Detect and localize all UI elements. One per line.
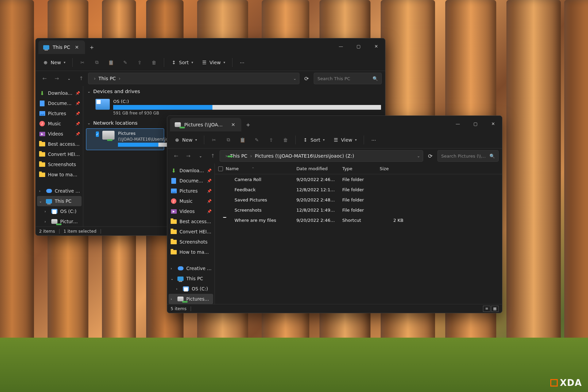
sidebar-item-documents[interactable]: Documents📌 <box>36 98 83 108</box>
new-button[interactable]: ⊕New▾ <box>39 57 69 68</box>
sidebar-item-how-to-map-a-n[interactable]: How to map a n <box>167 247 214 257</box>
sort-button[interactable]: ↕Sort▾ <box>168 57 197 68</box>
file-row[interactable]: Where are my files 9/20/2022 2:46 PM Sho… <box>215 215 502 225</box>
share-button[interactable]: ⇪ <box>133 57 146 68</box>
new-tab-button[interactable]: ＋ <box>241 118 255 131</box>
sidebar-item-how-to-map-a-n[interactable]: How to map a n <box>36 170 83 180</box>
sidebar-item-best-accessories[interactable]: Best accessories <box>36 139 83 149</box>
new-label: New <box>182 137 193 143</box>
minimize-button[interactable]: — <box>332 38 350 54</box>
file-row[interactable]: Camera Roll 9/20/2022 2:46 PM File folde… <box>215 174 502 184</box>
back-button[interactable]: ← <box>171 150 181 161</box>
folder-icon <box>39 172 45 178</box>
file-row[interactable]: Saved Pictures 9/20/2022 2:48 PM File fo… <box>215 195 502 205</box>
select-all-checkbox[interactable] <box>218 166 223 171</box>
forward-button[interactable]: → <box>183 150 194 161</box>
sidebar-item-best-accessories[interactable]: Best accessories <box>167 216 214 227</box>
sidebar-item-creative-cloud[interactable]: ›Creative Cloud F <box>36 186 83 196</box>
copy-button[interactable]: ⧉ <box>90 57 103 68</box>
sidebar-item-this-pc[interactable]: ⌄This PC <box>167 273 214 284</box>
network-location-pictures[interactable]: ✓ Pictures (\\JOAO-MATE16\Users\joao… <box>86 128 164 150</box>
sidebar-item-videos[interactable]: Videos📌 <box>167 206 214 216</box>
sidebar-item-documents[interactable]: Documents📌 <box>167 176 214 186</box>
col-name[interactable]: Name⌃ <box>215 166 293 171</box>
recent-button[interactable]: ⌄ <box>64 73 74 84</box>
sidebar-item-music[interactable]: Music📌 <box>36 119 83 129</box>
more-button[interactable]: ⋯ <box>236 57 249 68</box>
search-input[interactable]: Search This PC 🔍 <box>314 73 382 84</box>
copy-button[interactable]: ⧉ <box>222 135 235 145</box>
title-bar[interactable]: This PC ✕ ＋ — ▢ ✕ <box>36 38 385 54</box>
sidebar-item-music[interactable]: Music📌 <box>167 196 214 206</box>
tab-thispc[interactable]: This PC ✕ <box>38 40 85 54</box>
recent-button[interactable]: ⌄ <box>195 150 206 161</box>
paste-button[interactable]: 📋 <box>105 57 118 68</box>
refresh-button[interactable]: ⟳ <box>301 73 312 84</box>
share-icon: ⇪ <box>268 137 274 143</box>
tab-close-icon[interactable]: ✕ <box>230 122 237 127</box>
content-area[interactable]: Name⌃ Date modified Type Size Camera Rol… <box>215 163 502 304</box>
sidebar-item-pictures[interactable]: Pictures📌 <box>167 186 214 196</box>
view-button[interactable]: ☰View▾ <box>329 135 360 145</box>
chevron-down-icon[interactable]: ⌄ <box>293 76 296 81</box>
sort-button[interactable]: ↕Sort▾ <box>299 135 328 145</box>
delete-button[interactable]: 🗑 <box>279 135 292 145</box>
share-button[interactable]: ⇪ <box>265 135 278 145</box>
sidebar-item-network-pictures[interactable]: ›Pictures (\\JOA <box>169 294 213 304</box>
cell-date: 9/20/2022 2:48 PM <box>293 197 339 202</box>
details-view-button[interactable]: ≡ <box>483 306 490 312</box>
sidebar-item-network-pictures[interactable]: ›Pictures (\\JOA <box>36 216 83 227</box>
minimize-button[interactable]: — <box>449 116 467 131</box>
col-date[interactable]: Date modified <box>293 166 339 171</box>
checkbox-checked-icon[interactable]: ✓ <box>96 131 99 137</box>
rename-button[interactable]: ✎ <box>250 135 263 145</box>
icons-view-button[interactable]: ▦ <box>491 306 499 312</box>
cut-button[interactable]: ✂ <box>76 57 89 68</box>
file-row[interactable]: Feedback 12/8/2022 12:19 AM File folder <box>215 184 502 195</box>
view-button[interactable]: ☰View▾ <box>198 57 228 68</box>
close-button[interactable]: ✕ <box>484 116 502 131</box>
new-button[interactable]: ⊕New▾ <box>171 135 201 145</box>
sidebar-item-screenshots[interactable]: Screenshots <box>36 159 83 170</box>
up-button[interactable]: ↑ <box>76 73 87 84</box>
sidebar-item-videos[interactable]: Videos📌 <box>36 129 83 139</box>
sidebar-item-os-c[interactable]: ›OS (C:) <box>36 206 83 216</box>
forward-button[interactable]: → <box>51 73 62 84</box>
cut-button[interactable]: ✂ <box>208 135 221 145</box>
up-button[interactable]: ↑ <box>207 150 218 161</box>
paste-button[interactable]: 📋 <box>236 135 249 145</box>
sidebar-item-creative-cloud[interactable]: ›Creative Cloud F <box>167 263 214 273</box>
sidebar-item-screenshots[interactable]: Screenshots <box>167 237 214 247</box>
chevron-down-icon[interactable]: ⌄ <box>417 154 420 158</box>
address-bar[interactable]: › This PC › ⌄ <box>88 73 299 84</box>
group-devices[interactable]: ⌄Devices and drives <box>83 86 385 97</box>
new-tab-button[interactable]: ＋ <box>85 40 99 54</box>
sidebar-item-convert-heix-im[interactable]: Convert HEIX im <box>36 149 83 159</box>
sidebar-item-downloads[interactable]: ⬇Downloads📌 <box>167 165 214 176</box>
sidebar-item-os-c[interactable]: ›OS (C:) <box>167 284 214 294</box>
drive-os-c[interactable]: OS (C:) 591 GB free of 930 GB <box>83 97 385 118</box>
refresh-button[interactable]: ⟳ <box>425 150 436 162</box>
breadcrumb-part[interactable]: This PC <box>99 76 116 81</box>
file-row[interactable]: Screenshots 12/8/2022 1:49 AM File folde… <box>215 205 502 215</box>
tab-network-pictures[interactable]: Pictures (\\JOAO-MATE16\Use ✕ <box>170 118 241 131</box>
search-input[interactable]: Search Pictures (\\JOAO-M… 🔍 <box>437 150 499 162</box>
col-size[interactable]: Size <box>376 166 407 171</box>
rename-button[interactable]: ✎ <box>119 57 132 68</box>
column-headers[interactable]: Name⌃ Date modified Type Size <box>215 163 502 174</box>
back-button[interactable]: ← <box>39 73 50 84</box>
maximize-button[interactable]: ▢ <box>467 116 484 131</box>
maximize-button[interactable]: ▢ <box>350 38 367 54</box>
sidebar-item-pictures[interactable]: Pictures📌 <box>36 108 83 119</box>
delete-button[interactable]: 🗑 <box>148 57 160 68</box>
breadcrumb-part[interactable]: Pictures (\\JOAO-MATE16\Users\joaoc) (Z:… <box>255 153 354 159</box>
address-bar[interactable]: › This PC › Pictures (\\JOAO-MATE16\User… <box>220 150 423 162</box>
title-bar[interactable]: Pictures (\\JOAO-MATE16\Use ✕ ＋ — ▢ ✕ <box>167 116 502 131</box>
col-type[interactable]: Type <box>339 166 376 171</box>
sidebar-item-this-pc[interactable]: ⌄This PC <box>37 196 82 206</box>
sidebar-item-downloads[interactable]: ⬇Downloads📌 <box>36 88 83 98</box>
close-button[interactable]: ✕ <box>367 38 385 54</box>
more-button[interactable]: ⋯ <box>367 135 380 145</box>
tab-close-icon[interactable]: ✕ <box>73 44 80 50</box>
sidebar-item-convert-heix-im[interactable]: Convert HEIX im <box>167 227 214 237</box>
